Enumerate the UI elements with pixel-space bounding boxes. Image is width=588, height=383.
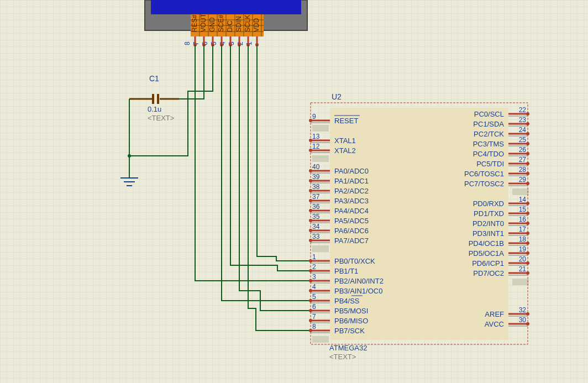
pin-number: 37 <box>312 193 320 201</box>
svg-point-110 <box>526 312 529 316</box>
pin-name: PC0/SCL <box>474 110 504 118</box>
pin-name: PB1/T1 <box>334 267 358 275</box>
svg-point-112 <box>526 322 529 326</box>
svg-rect-32 <box>312 245 329 252</box>
lcd-pin-name: RES# <box>191 14 198 32</box>
pin-name: PC7/TOSC2 <box>464 180 504 188</box>
pin-number: 19 <box>519 245 527 253</box>
svg-point-102 <box>526 242 529 245</box>
lcd-pin-name: SDIN <box>235 16 243 32</box>
pin-number: 6 <box>312 303 316 311</box>
pin-number: 7 <box>312 313 316 321</box>
pin-number: 16 <box>519 216 527 223</box>
pin-number: 21 <box>519 265 527 273</box>
pin-name: PD3/INT1 <box>473 229 504 238</box>
svg-rect-1 <box>151 0 301 14</box>
ground-symbol <box>120 99 138 186</box>
pin-number: 39 <box>312 173 320 181</box>
svg-point-104 <box>526 251 529 255</box>
pin-number: 3 <box>312 273 316 281</box>
svg-rect-35 <box>512 279 529 285</box>
pin-name: PA3/ADC3 <box>334 197 369 205</box>
svg-point-86 <box>526 152 529 155</box>
pin-name: AREF <box>485 310 504 318</box>
pin-number: 22 <box>519 106 527 114</box>
c1-ref: C1 <box>149 74 159 83</box>
pin-number: 1 <box>312 253 316 261</box>
ic-text: <TEXT> <box>329 353 356 361</box>
pin-number: 36 <box>312 203 320 211</box>
ic-ref: U2 <box>332 92 342 101</box>
pin-name: PB6/MISO <box>334 317 368 325</box>
lcd-pin-name: D/C <box>226 20 234 32</box>
pin-name: PD4/OC1B <box>469 239 504 248</box>
lcd-pin-name: SCE# <box>217 14 225 32</box>
svg-point-90 <box>526 172 529 175</box>
svg-point-98 <box>526 222 529 225</box>
svg-point-106 <box>526 261 529 265</box>
pin-number: 34 <box>312 223 320 230</box>
svg-rect-16 <box>157 94 159 104</box>
svg-rect-15 <box>152 94 154 104</box>
pin-name: PB0/T0/XCK <box>334 257 375 265</box>
lcd-pin-number: 8 <box>183 41 191 45</box>
pin-name: PB7/SCK <box>334 327 365 335</box>
lcd-pin-name: VOUT <box>200 13 207 32</box>
c1-text: <TEXT> <box>148 114 174 122</box>
pin-number: 20 <box>519 255 527 263</box>
pin-number: 28 <box>519 166 527 174</box>
pin-name: PB3/AIN1/OC0 <box>334 287 382 295</box>
pin-name: PD2/INT0 <box>473 219 504 228</box>
pin-number: 27 <box>519 156 527 164</box>
pin-number: 30 <box>519 316 527 324</box>
svg-point-94 <box>526 202 529 205</box>
pin-number: 26 <box>519 146 527 154</box>
pin-number: 24 <box>519 126 527 134</box>
pin-name: PB5/MOSI <box>334 307 368 315</box>
pin-number: 38 <box>312 183 320 191</box>
pin-name: PC1/SDA <box>473 120 504 128</box>
wires <box>129 45 311 330</box>
pin-number: 9 <box>312 113 316 120</box>
pin-number: 32 <box>519 306 527 314</box>
pin-number: 18 <box>519 235 527 243</box>
pin-name: XTAL1 <box>334 137 356 145</box>
pin-number: 25 <box>519 136 527 144</box>
schematic-canvas[interactable]: RES#8VOUT7GND6SCE#5D/C4SDIN3SCLK2VDD1 C1… <box>0 0 588 383</box>
pin-name: PA0/ADC0 <box>334 167 369 175</box>
pin-name: PC4/TDO <box>473 150 504 158</box>
pin-name: PC6/TOSC1 <box>464 170 504 178</box>
svg-point-96 <box>526 212 529 215</box>
pin-number: 8 <box>312 323 316 330</box>
svg-point-88 <box>526 162 529 165</box>
pin-name: PD0/RXD <box>473 200 504 208</box>
pin-number: 29 <box>519 176 527 183</box>
pin-name: PD5/OC1A <box>469 249 505 258</box>
pin-name: PA5/ADC5 <box>334 217 369 225</box>
svg-point-78 <box>526 112 529 116</box>
svg-rect-34 <box>512 188 529 195</box>
pin-number: 17 <box>519 225 527 233</box>
pin-name: PD7/OC2 <box>473 269 504 277</box>
pin-name: PC5/TDI <box>476 160 504 168</box>
pin-name: PD6/ICP1 <box>472 259 504 267</box>
svg-point-84 <box>526 142 529 145</box>
pin-number: 15 <box>519 206 527 213</box>
pin-number: 40 <box>312 163 320 171</box>
pin-name: PD1/TXD <box>474 209 504 218</box>
capacitor-c1[interactable]: C1 0.1u <TEXT> <box>129 74 179 122</box>
pin-name: PB4/SS <box>334 297 360 305</box>
pin-name: PA6/ADC6 <box>334 227 369 235</box>
lcd-pin-name: GND <box>208 17 216 32</box>
pin-name: PA7/ADC7 <box>334 237 369 245</box>
c1-value: 0.1u <box>148 105 161 113</box>
pin-number: 4 <box>312 283 316 291</box>
pin-name: AVCC <box>485 320 504 328</box>
svg-point-82 <box>526 132 529 135</box>
svg-point-92 <box>526 182 529 185</box>
pin-name: PC3/TMS <box>473 140 505 148</box>
pin-name: PA2/ADC2 <box>334 187 369 195</box>
svg-point-80 <box>526 122 529 125</box>
svg-rect-30 <box>312 125 329 132</box>
pin-number: 5 <box>312 293 316 301</box>
